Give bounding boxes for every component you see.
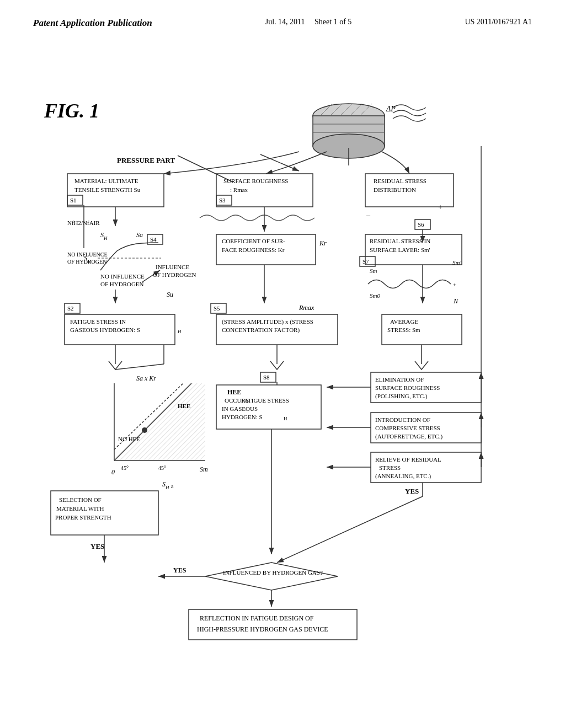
page: Patent Application Publication Jul. 14, … (0, 0, 565, 728)
header-sheet: Sheet 1 of 5 (315, 18, 351, 26)
svg-text:PRESSURE PART: PRESSURE PART (117, 156, 175, 164)
svg-text:AVERAGE: AVERAGE (390, 318, 418, 325)
svg-text:CONCENTRATION FACTOR): CONCENTRATION FACTOR) (222, 326, 300, 334)
header: Patent Application Publication Jul. 14, … (0, 0, 565, 29)
svg-text:a: a (171, 483, 174, 489)
svg-text:RELIEVE OF RESIDUAL: RELIEVE OF RESIDUAL (375, 456, 441, 463)
svg-text:ELIMINATION OF: ELIMINATION OF (375, 376, 424, 383)
diagram-svg: ΔP PRESSURE PART MATERIAL: ULTIMATE TENS… (28, 55, 537, 706)
svg-text:COEFFICIENT OF SUR-: COEFFICIENT OF SUR- (222, 238, 285, 244)
svg-text:+: + (452, 281, 456, 288)
svg-text:INFLUENCE: INFLUENCE (156, 264, 189, 270)
svg-text:MATERIAL: ULTIMATE: MATERIAL: ULTIMATE (74, 178, 138, 184)
svg-text:RESIDUAL STRESS: RESIDUAL STRESS (374, 178, 427, 184)
svg-text:OF HYDROGEN: OF HYDROGEN (100, 281, 144, 287)
svg-text:FATIGUE STRESS: FATIGUE STRESS (241, 397, 289, 404)
svg-text:S6: S6 (418, 221, 424, 228)
svg-text:H: H (177, 329, 182, 334)
svg-text:SURFACE ROUGHNESS: SURFACE ROUGHNESS (223, 178, 288, 184)
svg-text:+: + (438, 203, 443, 211)
svg-text:MATERIAL WITH: MATERIAL WITH (56, 505, 104, 512)
svg-text:S7: S7 (363, 258, 369, 265)
svg-text:–: – (366, 211, 371, 220)
svg-text:45°: 45° (158, 465, 166, 471)
svg-text:Kr: Kr (319, 239, 327, 247)
svg-text:Sm: Sm (370, 267, 377, 274)
svg-text:PROPER STRENGTH: PROPER STRENGTH (55, 514, 111, 521)
svg-text:NO INFLUENCE: NO INFLUENCE (67, 251, 108, 258)
svg-line-138 (277, 496, 423, 563)
svg-line-152 (115, 364, 164, 370)
svg-text:SH: SH (162, 480, 169, 490)
svg-text:YES: YES (405, 487, 419, 495)
svg-text:IN GASEOUS: IN GASEOUS (222, 405, 258, 412)
svg-text:S8: S8 (263, 374, 270, 381)
svg-text:N: N (453, 297, 459, 305)
svg-text:HEE: HEE (178, 403, 190, 409)
svg-text:0: 0 (111, 468, 115, 476)
header-patent-number: US 2011/0167921 A1 (465, 18, 532, 26)
svg-text:INTRODUCTION OF: INTRODUCTION OF (375, 416, 430, 423)
svg-text:(STRESS AMPLITUDE) x (STRESS: (STRESS AMPLITUDE) x (STRESS (222, 318, 313, 325)
svg-text:OF HYDROGEN: OF HYDROGEN (153, 271, 196, 278)
svg-text:SH: SH (100, 231, 108, 241)
svg-text:NO HEE: NO HEE (118, 436, 140, 442)
svg-text:SELECTION OF: SELECTION OF (59, 496, 102, 503)
svg-text:S3: S3 (219, 197, 226, 204)
svg-text:SURFACE ROUGHNESS: SURFACE ROUGHNESS (375, 384, 440, 391)
svg-text:STRESS: STRESS (379, 464, 401, 471)
svg-text:(ANNEALING, ETC.): (ANNEALING, ETC.) (375, 473, 431, 480)
svg-text:: Rmax: : Rmax (230, 186, 248, 193)
svg-text:S2: S2 (67, 305, 74, 312)
svg-text:Sm': Sm' (452, 259, 461, 266)
svg-text:S4: S4 (150, 236, 157, 243)
svg-point-120 (142, 427, 147, 433)
svg-text:HYDROGEN: S: HYDROGEN: S (222, 414, 263, 420)
svg-text:COMPRESSIVE STRESS: COMPRESSIVE STRESS (375, 425, 440, 431)
svg-marker-140 (205, 563, 338, 590)
svg-text:S5: S5 (214, 305, 220, 312)
svg-text:Sm0: Sm0 (370, 292, 380, 299)
svg-text:STRESS: Sm: STRESS: Sm (387, 326, 420, 333)
svg-text:S1: S1 (70, 197, 77, 204)
figure-area: FIG. 1 ΔP PRESSURE PART (28, 55, 537, 706)
svg-text:GASEOUS HYDROGEN: S: GASEOUS HYDROGEN: S (70, 326, 140, 333)
svg-text:Sm: Sm (200, 465, 208, 473)
svg-text:Rmax: Rmax (299, 304, 315, 312)
header-date-sheet: Jul. 14, 2011 Sheet 1 of 5 (265, 18, 352, 26)
svg-text:RESIDUAL STRESS IN: RESIDUAL STRESS IN (370, 238, 430, 244)
svg-text:Su: Su (167, 291, 173, 298)
svg-text:NO INFLUENCE: NO INFLUENCE (100, 273, 145, 280)
header-publication-type: Patent Application Publication (33, 18, 152, 29)
svg-text:FACE ROUGHNESS: Kr: FACE ROUGHNESS: Kr (222, 247, 285, 253)
svg-text:FATIGUE STRESS IN: FATIGUE STRESS IN (70, 318, 126, 325)
svg-text:TENSILE STRENGTH Su: TENSILE STRENGTH Su (74, 186, 141, 193)
svg-text:DISTRIBUTION: DISTRIBUTION (374, 186, 416, 193)
svg-text:HEE: HEE (227, 388, 241, 396)
svg-text:REFLECTION IN FATIGUE DESIGN O: REFLECTION IN FATIGUE DESIGN OF (200, 614, 314, 622)
svg-text:HIGH-PRESSURE HYDROGEN GAS DEV: HIGH-PRESSURE HYDROGEN GAS DEVICE (197, 625, 328, 633)
svg-text:SURFACE LAYER: Sm': SURFACE LAYER: Sm' (370, 247, 430, 253)
header-date: Jul. 14, 2011 (265, 18, 305, 26)
svg-text:YES: YES (90, 542, 104, 550)
svg-text:Sa: Sa (136, 231, 143, 239)
svg-text:(AUTOFRETTAGE, ETC.): (AUTOFRETTAGE, ETC.) (375, 433, 443, 440)
svg-text:Sa x Kr: Sa x Kr (136, 374, 156, 382)
svg-text:45°: 45° (121, 465, 129, 471)
svg-text:YES: YES (173, 566, 186, 574)
svg-text:OF HYDROGEN: OF HYDROGEN (67, 259, 106, 265)
svg-text:INFLUENCED BY HYDROGEN GAS?: INFLUENCED BY HYDROGEN GAS? (223, 569, 323, 576)
svg-text:H: H (284, 416, 287, 421)
svg-text:(POLISHING, ETC.): (POLISHING, ETC.) (375, 393, 428, 400)
